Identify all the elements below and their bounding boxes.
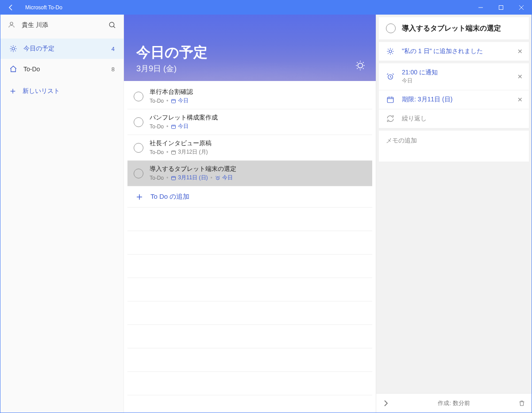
- plus-icon: [9, 88, 16, 95]
- maximize-button[interactable]: [491, 0, 511, 15]
- alarm-badge: 今日: [215, 174, 233, 181]
- detail-title[interactable]: 導入するタブレット端末の選定: [402, 24, 501, 33]
- nav-item-todo[interactable]: To-Do 8: [0, 59, 123, 79]
- person-icon: [8, 21, 16, 30]
- detail-schedule-card: 21:00 に通知 今日 ✕ 期限: 3月11日 (日) ✕ 繰り返し: [379, 63, 529, 128]
- reminder-row[interactable]: 21:00 に通知 今日 ✕: [379, 63, 529, 90]
- empty-row: [127, 278, 372, 301]
- sidebar: 貴生 川添 今日の予定 4 To-Do 8: [0, 15, 124, 413]
- note-placeholder: メモの追加: [386, 137, 417, 144]
- suggestions-button[interactable]: [355, 60, 366, 71]
- svg-rect-1: [499, 6, 503, 10]
- task-name: パンフレット構成案作成: [150, 114, 218, 122]
- delete-task-button[interactable]: [518, 400, 525, 407]
- svg-point-38: [389, 50, 392, 53]
- task-name: 導入するタブレット端末の選定: [150, 165, 236, 173]
- note-field[interactable]: メモの追加: [379, 131, 529, 162]
- collapse-detail-button[interactable]: [382, 400, 389, 407]
- remove-due-button[interactable]: ✕: [517, 96, 523, 103]
- close-button[interactable]: [511, 0, 532, 15]
- svg-rect-33: [172, 176, 176, 180]
- reminder-sub: 今日: [402, 77, 438, 85]
- task-meta: To-Do• 3月11日 (日)• 今日: [150, 174, 236, 181]
- empty-row: [127, 325, 372, 348]
- minimize-button[interactable]: [470, 0, 491, 15]
- reminder-text: 21:00 に通知: [402, 69, 438, 77]
- due-badge: 今日: [171, 97, 189, 104]
- sun-icon: [386, 47, 395, 55]
- complete-toggle[interactable]: [134, 117, 143, 127]
- nav-item-label: 今日の予定: [23, 45, 54, 53]
- empty-row: [127, 231, 372, 255]
- complete-toggle[interactable]: [386, 23, 396, 33]
- svg-rect-29: [172, 125, 176, 128]
- profile-row[interactable]: 貴生 川添: [0, 15, 123, 36]
- svg-rect-31: [172, 151, 176, 154]
- detail-myday-card: "私の 1 日" に追加されました ✕: [379, 42, 529, 61]
- empty-row: [127, 348, 372, 372]
- task-list-label: To-Do: [150, 124, 164, 130]
- nav-item-count: 4: [112, 46, 115, 52]
- svg-rect-48: [387, 97, 393, 103]
- task-row[interactable]: 社長インタビュー原稿To-Do• 3月12日 (月): [127, 135, 372, 161]
- due-badge: 3月11日 (日): [171, 174, 208, 181]
- task-list: 単行本台割確認To-Do• 今日パンフレット構成案作成To-Do• 今日社長イン…: [124, 81, 376, 413]
- sun-icon: [9, 45, 17, 53]
- empty-row: [127, 372, 372, 395]
- app-title: Microsoft To-Do: [22, 4, 470, 11]
- repeat-row[interactable]: 繰り返し: [379, 109, 529, 128]
- page-date: 3月9日 (金): [136, 63, 363, 74]
- created-text: 作成: 数分前: [395, 399, 513, 407]
- empty-row: [127, 301, 372, 325]
- svg-point-5: [109, 22, 114, 27]
- arrow-left-icon: [8, 4, 15, 11]
- svg-point-18: [358, 63, 363, 68]
- complete-toggle[interactable]: [134, 169, 143, 178]
- svg-line-46: [392, 49, 393, 50]
- task-row[interactable]: パンフレット構成案作成To-Do• 今日: [127, 109, 372, 135]
- remove-myday-button[interactable]: ✕: [517, 48, 523, 55]
- myday-row[interactable]: "私の 1 日" に追加されました ✕: [379, 42, 529, 61]
- task-list-label: To-Do: [150, 98, 164, 104]
- svg-line-25: [357, 68, 358, 69]
- empty-row: [127, 255, 372, 278]
- add-task-input[interactable]: To Do の追加: [127, 186, 372, 208]
- svg-line-45: [388, 53, 389, 54]
- svg-point-7: [12, 47, 15, 50]
- search-button[interactable]: [108, 21, 116, 29]
- lightbulb-icon: [355, 60, 366, 71]
- svg-line-6: [113, 26, 115, 28]
- main-panel: 今日の予定 3月9日 (金) 単行本台割確認To-Do• 今日パンフレット構成案…: [124, 15, 376, 413]
- svg-line-44: [392, 53, 393, 54]
- calendar-icon: [386, 96, 395, 104]
- task-row[interactable]: 導入するタブレット端末の選定To-Do• 3月11日 (日)• 今日: [127, 161, 372, 186]
- svg-line-26: [363, 62, 364, 63]
- svg-line-24: [363, 68, 364, 69]
- profile-name: 貴生 川添: [22, 21, 103, 29]
- task-name: 社長インタビュー原稿: [150, 139, 212, 147]
- plus-icon: [135, 193, 143, 201]
- svg-line-14: [11, 50, 12, 51]
- new-list-button[interactable]: 新しいリスト: [0, 81, 123, 101]
- search-icon: [108, 21, 116, 29]
- home-icon: [9, 65, 17, 73]
- due-text: 期限: 3月11日 (日): [402, 96, 452, 104]
- repeat-text: 繰り返し: [402, 115, 427, 123]
- chevron-right-icon: [382, 400, 389, 407]
- nav-item-myday[interactable]: 今日の予定 4: [0, 39, 123, 59]
- repeat-icon: [386, 115, 395, 123]
- task-meta: To-Do• 今日: [150, 97, 193, 104]
- remove-reminder-button[interactable]: ✕: [517, 73, 523, 80]
- nav-item-count: 8: [112, 66, 115, 73]
- task-row[interactable]: 単行本台割確認To-Do• 今日: [127, 84, 372, 109]
- complete-toggle[interactable]: [134, 92, 143, 101]
- due-row[interactable]: 期限: 3月11日 (日) ✕: [379, 90, 529, 109]
- detail-footer: 作成: 数分前: [376, 393, 532, 413]
- detail-panel: 導入するタブレット端末の選定 "私の 1 日" に追加されました ✕ 21:00…: [376, 15, 532, 413]
- svg-line-12: [11, 46, 12, 47]
- trash-icon: [518, 400, 525, 407]
- nav-list: 今日の予定 4 To-Do 8 新しいリスト: [0, 36, 123, 101]
- complete-toggle[interactable]: [134, 143, 143, 153]
- back-button[interactable]: [0, 0, 22, 15]
- svg-point-4: [10, 22, 13, 25]
